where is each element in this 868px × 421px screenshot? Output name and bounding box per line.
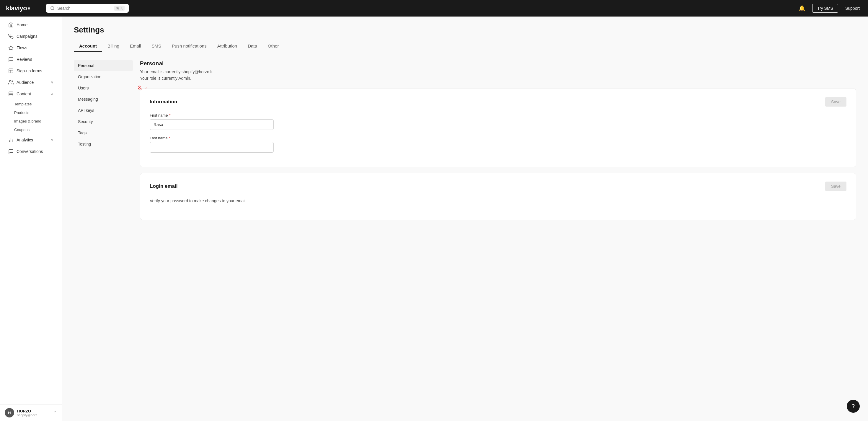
sidebar-item-analytics[interactable]: Analytics ∨ (2, 134, 59, 146)
avatar: H (5, 408, 14, 417)
settings-nav-security[interactable]: Security (74, 116, 133, 127)
audience-icon (8, 80, 13, 85)
main-content: Settings Account Billing Email SMS Push … (62, 17, 868, 421)
search-icon (50, 6, 55, 11)
settings-nav-tags[interactable]: Tags (74, 127, 133, 138)
settings-nav-users[interactable]: Users 3. ← (74, 83, 133, 93)
settings-tabs: Account Billing Email SMS Push notificat… (74, 40, 856, 52)
search-input[interactable] (57, 6, 112, 11)
page-title: Settings (74, 25, 856, 34)
search-bar[interactable]: ⌘ K (46, 4, 129, 13)
settings-content: Personal Your email is currently shopify… (140, 60, 856, 226)
login-email-description: Verify your password to make changes to … (150, 198, 846, 204)
help-button[interactable]: ? (847, 400, 860, 413)
svg-point-6 (9, 80, 11, 82)
home-icon (8, 22, 13, 27)
first-name-label: First name * (150, 113, 846, 118)
settings-nav-testing[interactable]: Testing (74, 139, 133, 149)
content-chevron-icon: ∧ (51, 92, 54, 96)
annotation: 3. ← (138, 84, 151, 92)
settings-nav-organization[interactable]: Organization (74, 71, 133, 82)
analytics-icon (8, 137, 13, 143)
tab-sms[interactable]: SMS (147, 40, 167, 52)
sidebar-item-reviews-label: Reviews (17, 57, 32, 62)
forms-icon (8, 68, 13, 73)
sidebar-item-coupons[interactable]: Coupons (14, 125, 62, 134)
information-card: Information Save First name * Last name … (140, 89, 856, 167)
first-name-input[interactable] (150, 119, 274, 130)
svg-line-1 (54, 9, 54, 10)
footer-email: shopify@horz... (17, 413, 51, 417)
annotation-number: 3. (138, 85, 142, 91)
tab-billing[interactable]: Billing (102, 40, 125, 52)
svg-point-0 (51, 6, 54, 10)
sidebar-item-conversations[interactable]: Conversations (2, 146, 59, 157)
information-save-button[interactable]: Save (825, 97, 846, 107)
sidebar-item-flows-label: Flows (17, 46, 27, 50)
personal-description: Your email is currently shopify@horzo.lt… (140, 68, 856, 82)
sidebar-item-audience[interactable]: Audience ∨ (2, 77, 59, 88)
logo-mark: ■ (27, 6, 30, 11)
svg-marker-2 (9, 46, 13, 50)
login-email-card-title: Login email (150, 183, 178, 189)
first-name-required: * (169, 113, 170, 118)
topnav: klaviyo■ ⌘ K 🔔 Try SMS Support (0, 0, 868, 17)
settings-nav-messaging[interactable]: Messaging (74, 94, 133, 104)
sidebar-item-products[interactable]: Products (14, 108, 62, 117)
last-name-input[interactable] (150, 142, 274, 153)
sidebar-item-content[interactable]: Content ∧ (2, 88, 59, 99)
tab-push[interactable]: Push notifications (166, 40, 212, 52)
tab-account[interactable]: Account (74, 40, 102, 52)
tab-attribution[interactable]: Attribution (212, 40, 243, 52)
sidebar-item-home[interactable]: Home (2, 19, 59, 30)
flows-icon (8, 45, 13, 51)
svg-rect-3 (9, 69, 13, 73)
settings-nav-api-keys[interactable]: API keys (74, 105, 133, 116)
sidebar-item-audience-label: Audience (17, 80, 34, 85)
annotation-arrow-icon: ← (144, 84, 151, 92)
search-shortcut: ⌘ K (114, 6, 125, 11)
sidebar-item-analytics-label: Analytics (17, 138, 33, 142)
sidebar-item-conversations-label: Conversations (17, 149, 43, 154)
sidebar-item-signup-forms[interactable]: Sign-up forms (2, 65, 59, 77)
sidebar-item-templates[interactable]: Templates (14, 100, 62, 108)
sidebar-item-campaigns-label: Campaigns (17, 34, 37, 39)
sidebar-item-flows[interactable]: Flows (2, 42, 59, 54)
sidebar-item-home-label: Home (17, 23, 27, 27)
tab-data[interactable]: Data (242, 40, 262, 52)
personal-role-line: Your role is currently Admin. (140, 76, 191, 81)
svg-rect-7 (9, 92, 13, 96)
audience-chevron-icon: ∨ (51, 80, 54, 85)
settings-layout: Personal Organization Users 3. ← Messagi… (74, 60, 856, 226)
try-sms-button[interactable]: Try SMS (812, 4, 838, 13)
sidebar-item-reviews[interactable]: Reviews (2, 54, 59, 65)
analytics-chevron-icon: ∨ (51, 138, 54, 142)
last-name-label: Last name * (150, 136, 846, 140)
conversations-icon (8, 149, 13, 154)
sidebar-item-campaigns[interactable]: Campaigns (2, 31, 59, 42)
campaigns-icon (8, 34, 13, 39)
settings-nav-personal[interactable]: Personal (74, 60, 133, 71)
logo[interactable]: klaviyo■ (6, 4, 41, 12)
footer-company: HORZO (17, 409, 51, 413)
personal-header-section: Personal Your email is currently shopify… (140, 60, 856, 82)
sidebar-item-images-brand[interactable]: Images & brand (14, 117, 62, 125)
footer-chevron-icon: ⌃ (54, 410, 57, 415)
settings-sidebar: Personal Organization Users 3. ← Messagi… (74, 60, 133, 226)
login-email-save-button[interactable]: Save (825, 182, 846, 191)
support-button[interactable]: Support (843, 4, 862, 12)
notification-bell[interactable]: 🔔 (796, 4, 807, 13)
sidebar: Home Campaigns Flows Reviews (0, 17, 62, 421)
tab-email[interactable]: Email (125, 40, 147, 52)
last-name-required: * (169, 136, 170, 140)
sidebar-footer[interactable]: H HORZO shopify@horz... ⌃ (0, 404, 62, 421)
first-name-field: First name * (150, 113, 846, 130)
sidebar-item-signup-forms-label: Sign-up forms (17, 68, 42, 73)
information-card-title: Information (150, 99, 178, 105)
tab-other[interactable]: Other (262, 40, 284, 52)
content-icon (8, 91, 13, 96)
sidebar-item-content-label: Content (17, 92, 31, 96)
personal-section-title: Personal (140, 60, 856, 67)
personal-email-line: Your email is currently shopify@horzo.lt… (140, 69, 213, 74)
logo-text: klaviyo (6, 4, 27, 12)
